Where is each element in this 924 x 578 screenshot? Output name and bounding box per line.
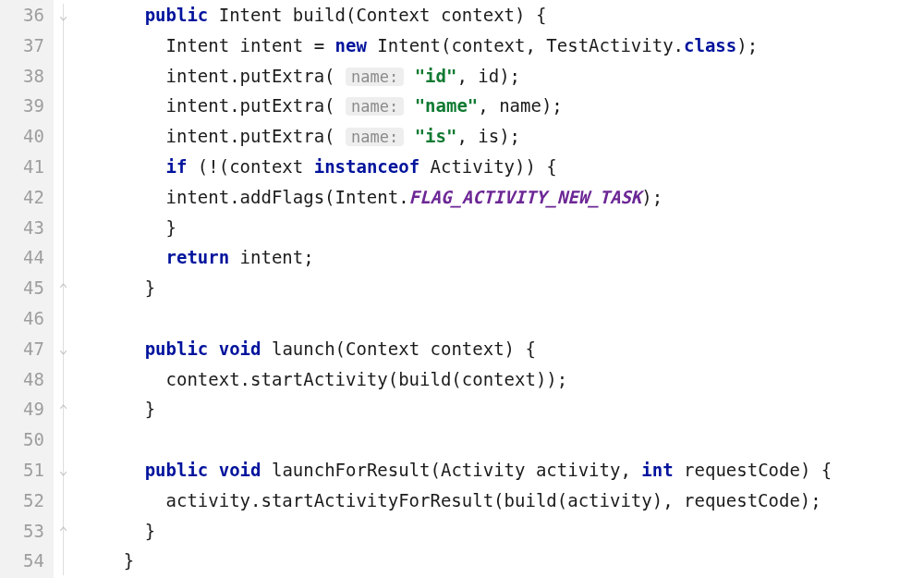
code-token: public xyxy=(145,460,209,480)
code-line[interactable]: context.startActivity(build(context)); xyxy=(81,364,832,395)
line-number: 42 xyxy=(7,182,44,213)
line-number: 48 xyxy=(7,364,44,395)
code-token: context.startActivity(build(context)); xyxy=(81,369,567,389)
line-number: 51 xyxy=(7,455,44,486)
fold-strip: ⌄⌃⌄⌃⌄⌃ xyxy=(54,0,78,578)
line-number: 40 xyxy=(7,121,44,152)
code-line[interactable] xyxy=(81,424,832,455)
line-number: 52 xyxy=(7,486,44,516)
code-line[interactable]: } xyxy=(81,394,832,424)
line-number: 50 xyxy=(7,424,44,455)
line-number: 45 xyxy=(7,273,44,303)
code-line[interactable] xyxy=(81,303,832,334)
code-token: ); xyxy=(736,35,758,55)
code-token: launch(Context context) { xyxy=(261,338,536,359)
code-token: } xyxy=(81,217,176,238)
code-line[interactable]: } xyxy=(81,213,832,243)
code-token: ); xyxy=(641,187,663,207)
line-number: 46 xyxy=(7,303,44,334)
code-line[interactable]: public void launchForResult(Activity act… xyxy=(81,455,832,486)
line-number: 38 xyxy=(7,61,44,92)
code-token: intent.putExtra( xyxy=(81,126,346,146)
line-number: 43 xyxy=(7,213,44,243)
code-token: public xyxy=(145,338,209,359)
line-number: 44 xyxy=(7,242,44,273)
code-token: } xyxy=(81,550,134,571)
code-area[interactable]: public Intent build(Context context) { I… xyxy=(78,0,832,578)
parameter-hint: name: xyxy=(346,97,404,116)
code-token: if xyxy=(166,156,188,177)
code-token: (!(context xyxy=(187,156,313,177)
fold-close-icon[interactable]: ⌃ xyxy=(55,525,71,537)
code-token: void xyxy=(219,460,261,480)
code-line[interactable]: intent.putExtra( name: "name", name); xyxy=(81,91,832,121)
fold-close-icon[interactable]: ⌃ xyxy=(55,403,71,415)
code-token xyxy=(208,460,218,480)
fold-open-icon[interactable]: ⌄ xyxy=(55,343,71,355)
code-line[interactable]: public void launch(Context context) { xyxy=(81,334,832,364)
code-line[interactable]: } xyxy=(81,516,832,547)
code-token: public xyxy=(145,5,209,25)
code-token: "name" xyxy=(415,95,479,116)
code-line[interactable]: activity.startActivityForResult(build(ac… xyxy=(81,486,832,516)
line-number: 47 xyxy=(7,334,44,364)
code-token: "is" xyxy=(415,126,457,146)
code-token: activity.startActivityForResult(build(ac… xyxy=(81,490,821,510)
code-token: intent.putExtra( xyxy=(81,95,346,116)
code-line[interactable]: Intent intent = new Intent(context, Test… xyxy=(81,31,832,61)
line-number: 49 xyxy=(7,394,44,424)
code-token: class xyxy=(684,35,736,55)
fold-open-icon[interactable]: ⌄ xyxy=(55,464,71,476)
code-editor[interactable]: 36373839404142434445464748495051525354 ⌄… xyxy=(0,0,924,578)
code-token xyxy=(81,5,145,25)
fold-close-icon[interactable]: ⌃ xyxy=(55,282,71,294)
code-token: intent; xyxy=(229,247,314,267)
code-token xyxy=(81,156,166,177)
code-token xyxy=(81,247,166,267)
code-token: , name); xyxy=(478,95,563,116)
code-token: Intent build(Context context) { xyxy=(208,5,546,25)
code-token: } xyxy=(81,277,155,298)
line-number: 39 xyxy=(7,91,44,121)
parameter-hint: name: xyxy=(346,128,404,146)
line-number: 36 xyxy=(7,0,44,31)
code-token: Activity)) { xyxy=(419,156,557,177)
code-token xyxy=(404,95,414,116)
code-line[interactable]: public Intent build(Context context) { xyxy=(81,0,832,31)
code-line[interactable]: if (!(context instanceof Activity)) { xyxy=(81,152,832,182)
code-token: } xyxy=(81,399,155,419)
code-token: Intent(context, TestActivity. xyxy=(367,35,684,55)
code-token: new xyxy=(335,35,367,55)
code-line[interactable]: } xyxy=(81,273,832,303)
code-token: int xyxy=(641,460,673,480)
code-token: "id" xyxy=(415,66,457,86)
line-number: 54 xyxy=(7,546,44,576)
code-token: intent.addFlags(Intent. xyxy=(81,187,409,207)
code-token xyxy=(404,66,414,86)
code-token xyxy=(81,338,145,359)
code-token xyxy=(208,338,218,359)
code-line[interactable]: intent.putExtra( name: "id", id); xyxy=(81,61,832,92)
code-line[interactable]: } xyxy=(81,546,832,576)
code-token: , id); xyxy=(456,66,520,86)
code-line[interactable]: return intent; xyxy=(81,242,832,273)
parameter-hint: name: xyxy=(346,68,404,86)
code-token: requestCode) { xyxy=(674,460,833,480)
fold-open-icon[interactable]: ⌄ xyxy=(55,9,71,21)
code-token: void xyxy=(219,338,261,359)
code-token: , is); xyxy=(456,126,520,146)
code-line[interactable]: intent.addFlags(Intent.FLAG_ACTIVITY_NEW… xyxy=(81,182,832,213)
line-number: 41 xyxy=(7,152,44,182)
line-number-gutter: 36373839404142434445464748495051525354 xyxy=(0,0,54,578)
code-token xyxy=(81,460,145,480)
code-line[interactable]: intent.putExtra( name: "is", is); xyxy=(81,121,832,152)
code-token: instanceof xyxy=(314,156,419,177)
line-number: 53 xyxy=(7,516,44,547)
code-token: FLAG_ACTIVITY_NEW_TASK xyxy=(409,187,642,207)
code-token: launchForResult(Activity activity, xyxy=(261,460,642,480)
code-token: return xyxy=(166,247,230,267)
code-token: Intent intent = xyxy=(81,35,335,55)
line-number: 37 xyxy=(7,31,44,61)
code-token xyxy=(404,126,414,146)
code-token: intent.putExtra( xyxy=(81,66,346,86)
